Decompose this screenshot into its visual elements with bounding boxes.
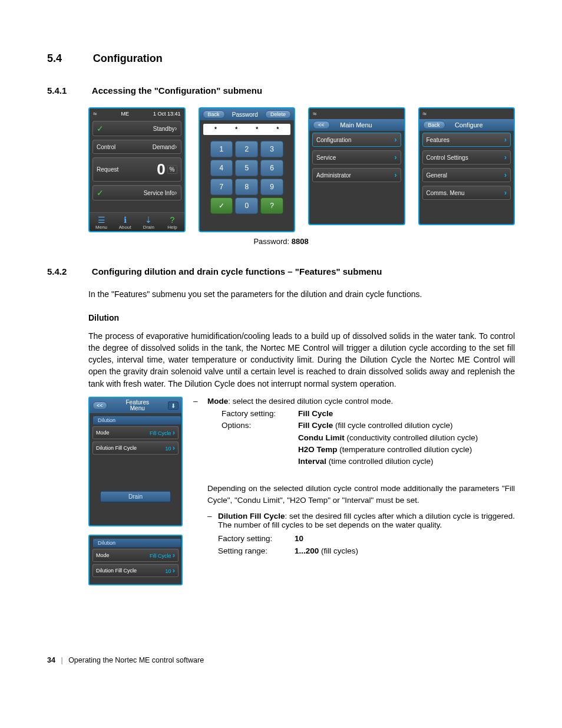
- chevron-right-icon: ›: [395, 153, 397, 162]
- help-button[interactable]: ?Help: [161, 215, 183, 230]
- chevron-right-icon: ›: [504, 136, 507, 144]
- help-icon: ?: [270, 202, 274, 210]
- datetime: 1 Oct 13:41: [153, 111, 181, 117]
- screen-password: Back Password Delete * * * * 1 2 3 4 5 6…: [199, 107, 296, 232]
- menu-item-features[interactable]: Features›: [422, 133, 511, 147]
- chevron-right-icon: ›: [504, 171, 507, 179]
- bottom-nav: ☰Menu ℹAbout ⇣Drain ?Help: [90, 212, 184, 231]
- drain-button[interactable]: ⇣Drain: [137, 215, 160, 230]
- back-button[interactable]: <<: [92, 401, 107, 410]
- screen-home: ME 1 Oct 13:41 ✓ Standby › Control Deman…: [88, 107, 186, 232]
- logo-icon: [423, 110, 427, 118]
- dilution-fill-cycle-row[interactable]: Dilution Fill Cycle 10 ›: [92, 564, 178, 577]
- screen-features-menu: << Features Menu ⬇ Dilution Mode Fill Cy…: [88, 397, 183, 526]
- page-number: 34: [47, 656, 55, 664]
- password-caption: Password: 8808: [47, 237, 515, 246]
- request-label: Request: [97, 166, 118, 173]
- help-icon: ?: [161, 215, 183, 225]
- demand-label: Demand: [153, 144, 175, 150]
- logo-icon: [93, 110, 97, 118]
- chevron-right-icon: ›: [395, 171, 397, 179]
- menu-item-service[interactable]: Service›: [312, 150, 401, 164]
- subsection-number: 5.4.2: [47, 266, 88, 276]
- key-3[interactable]: 3: [260, 141, 283, 157]
- request-unit: %: [167, 165, 177, 174]
- password-header: Back Password Delete: [200, 108, 295, 120]
- menu-item-administrator[interactable]: Administrator›: [312, 168, 401, 182]
- mode-description: – Mode: select the desired dilution cycl…: [193, 397, 515, 467]
- configuration-nav-screens: ME 1 Oct 13:41 ✓ Standby › Control Deman…: [88, 107, 515, 232]
- status-bar: [309, 108, 404, 119]
- key-1[interactable]: 1: [210, 141, 233, 157]
- chevron-right-icon: ›: [395, 136, 397, 144]
- mode-row[interactable]: Mode Fill Cycle ›: [92, 549, 178, 562]
- menu-icon: ☰: [90, 215, 113, 225]
- chevron-right-icon: ›: [504, 189, 507, 197]
- menu-item-general[interactable]: General›: [422, 168, 511, 182]
- dilution-fill-cycle-row[interactable]: Dilution Fill Cycle 10 ›: [92, 442, 178, 454]
- chevron-right-icon: ›: [175, 189, 177, 197]
- bullet-dash: –: [193, 397, 201, 467]
- back-button[interactable]: <<: [313, 121, 330, 129]
- service-row[interactable]: ✓ Service Info ›: [92, 185, 181, 200]
- bullet-dash: –: [207, 512, 212, 557]
- menu-item-comms[interactable]: Comms. Menu›: [422, 186, 511, 200]
- key-4[interactable]: 4: [210, 160, 233, 176]
- check-icon: ✓: [97, 124, 104, 133]
- standby-row[interactable]: ✓ Standby ›: [92, 121, 181, 136]
- keypad: 1 2 3 4 5 6 7 8 9 ✓ 0 ?: [200, 139, 295, 218]
- request-value: 0: [157, 160, 165, 179]
- service-label: Service Info: [144, 190, 175, 196]
- dilution-tab[interactable]: Dilution: [92, 416, 181, 425]
- features-title: Features Menu: [110, 400, 166, 411]
- footer-text: Operating the Nortec ME control software: [68, 656, 204, 664]
- key-0[interactable]: 0: [235, 197, 258, 214]
- menu-header: << Main Menu: [309, 119, 404, 131]
- back-button[interactable]: Back: [423, 121, 445, 129]
- password-title: Password: [232, 111, 258, 118]
- control-row[interactable]: Control Demand ›: [92, 140, 181, 154]
- request-row: Request 0 %: [92, 157, 181, 182]
- subsection-heading-542: 5.4.2 Configuring dilution and drain cyc…: [47, 263, 515, 278]
- key-7[interactable]: 7: [210, 179, 233, 195]
- drain-icon: ⇣: [137, 215, 160, 225]
- drain-tab[interactable]: Drain: [100, 491, 171, 502]
- device-name: ME: [121, 111, 130, 117]
- key-confirm[interactable]: ✓: [210, 197, 233, 214]
- section-number: 5.4: [47, 52, 88, 65]
- back-button[interactable]: Back: [203, 110, 225, 118]
- chevron-right-icon: ›: [173, 429, 175, 437]
- screen-main-menu: << Main Menu Configuration› Service› Adm…: [308, 107, 405, 225]
- menu-item-configuration[interactable]: Configuration›: [312, 133, 401, 147]
- subsection-title: Configuring dilution and drain cycle fun…: [92, 266, 382, 276]
- info-icon: ℹ: [114, 215, 136, 225]
- depending-paragraph: Depending on the selected dilution cycle…: [207, 483, 515, 506]
- key-help[interactable]: ?: [260, 197, 283, 214]
- menu-button[interactable]: ☰Menu: [90, 215, 113, 230]
- key-6[interactable]: 6: [260, 160, 283, 176]
- subsection-heading-541: 5.4.1 Accessing the "Configuration" subm…: [47, 83, 515, 97]
- download-icon[interactable]: ⬇: [168, 401, 178, 410]
- chevron-right-icon: ›: [504, 153, 507, 162]
- key-5[interactable]: 5: [235, 160, 258, 176]
- features-screens-column: << Features Menu ⬇ Dilution Mode Fill Cy…: [88, 397, 183, 585]
- menu-title: Main Menu: [333, 121, 379, 129]
- dilution-paragraph: The process of evaporative humidificatio…: [88, 330, 515, 390]
- password-display: * * * *: [203, 124, 291, 135]
- chevron-right-icon: ›: [175, 124, 177, 133]
- menu-item-control-settings[interactable]: Control Settings›: [422, 150, 511, 164]
- menu-header: Back Configure: [419, 119, 514, 131]
- key-9[interactable]: 9: [260, 179, 283, 195]
- subsection-number: 5.4.1: [47, 85, 88, 95]
- key-8[interactable]: 8: [235, 179, 258, 195]
- subsection-title: Accessing the "Configuration" submenu: [92, 85, 262, 95]
- mode-row[interactable]: Mode Fill Cycle ›: [92, 426, 178, 439]
- status-bar: ME 1 Oct 13:41: [90, 108, 184, 119]
- description-column: – Mode: select the desired dilution cycl…: [193, 397, 515, 585]
- dilution-tab[interactable]: Dilution: [92, 538, 181, 548]
- key-2[interactable]: 2: [235, 141, 258, 157]
- about-button[interactable]: ℹAbout: [114, 215, 136, 230]
- delete-button[interactable]: Delete: [265, 110, 291, 118]
- standby-label: Standby: [153, 126, 175, 132]
- check-icon: ✓: [97, 188, 104, 197]
